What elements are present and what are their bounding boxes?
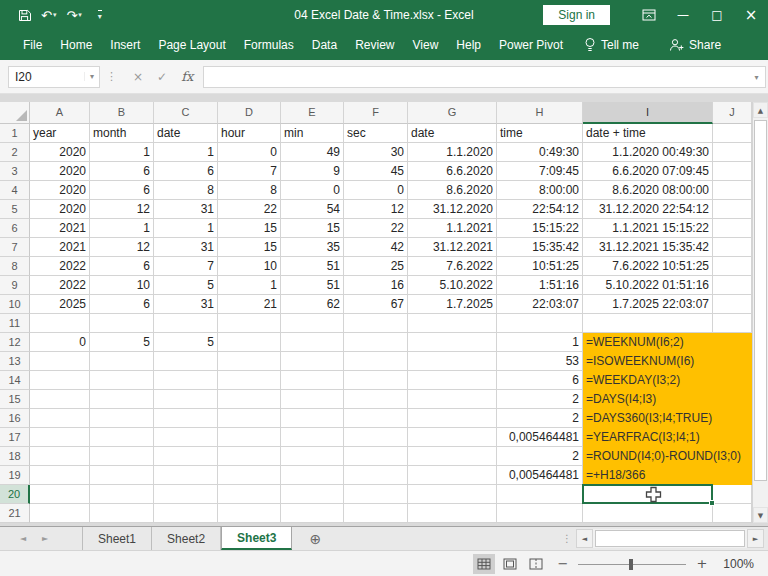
cell-I17[interactable]: =YEARFRAC(I3;I4;1) [583,428,713,447]
column-header-G[interactable]: G [408,102,497,124]
cell-C11[interactable] [154,314,218,333]
page-layout-view-button[interactable] [499,554,521,574]
row-header-14[interactable]: 14 [0,371,30,390]
cell-E17[interactable] [281,428,344,447]
select-all-corner[interactable] [0,102,30,124]
cell-G8[interactable]: 7.6.2022 [408,257,497,276]
normal-view-button[interactable] [473,554,495,574]
cell-J8[interactable] [713,257,752,276]
cell-F15[interactable] [344,390,408,409]
cell-D3[interactable]: 7 [218,162,281,181]
cell-B17[interactable] [90,428,154,447]
cell-D4[interactable]: 8 [218,181,281,200]
zoom-in-button[interactable]: + [690,556,713,571]
cell-G17[interactable] [408,428,497,447]
cell-D7[interactable]: 15 [218,238,281,257]
cell-I5[interactable]: 31.12.2020 22:54:12 [583,200,713,219]
cell-F6[interactable]: 22 [344,219,408,238]
tab-data[interactable]: Data [303,33,346,57]
cell-E13[interactable] [281,352,344,371]
cell-E18[interactable] [281,447,344,466]
cell-B18[interactable] [90,447,154,466]
cell-D13[interactable] [218,352,281,371]
cell-I16[interactable]: =DAYS360(I3;I4;TRUE) [583,409,713,428]
row-header-9[interactable]: 9 [0,276,30,295]
cell-A11[interactable] [30,314,90,333]
cell-C5[interactable]: 31 [154,200,218,219]
tab-home[interactable]: Home [51,33,101,57]
cell-B5[interactable]: 12 [90,200,154,219]
cell-A13[interactable] [30,352,90,371]
cell-I15[interactable]: =DAYS(I4;I3) [583,390,713,409]
cell-E19[interactable] [281,466,344,485]
cell-A1[interactable]: year [30,124,90,143]
cell-B6[interactable]: 1 [90,219,154,238]
cell-J5[interactable] [713,200,752,219]
cell-J1[interactable] [713,124,752,143]
cell-A10[interactable]: 2025 [30,295,90,314]
cell-H7[interactable]: 15:35:42 [497,238,583,257]
cell-E9[interactable]: 51 [281,276,344,295]
cell-H6[interactable]: 15:15:22 [497,219,583,238]
cell-D20[interactable] [218,485,281,504]
column-header-C[interactable]: C [154,102,218,124]
cell-F3[interactable]: 45 [344,162,408,181]
cell-C10[interactable]: 31 [154,295,218,314]
cell-J15[interactable] [713,390,752,409]
cell-A5[interactable]: 2020 [30,200,90,219]
cell-I21[interactable] [583,504,713,523]
row-header-7[interactable]: 7 [0,238,30,257]
tell-me-button[interactable]: Tell me [576,32,647,58]
redo-button[interactable]: ↷▾ [62,7,85,24]
sheet-nav-left-icon[interactable]: ◄ [12,527,34,550]
cell-I13[interactable]: =ISOWEEKNUM(I6) [583,352,713,371]
maximize-button[interactable]: □ [700,0,734,30]
cell-B20[interactable] [90,485,154,504]
cell-H2[interactable]: 0:49:30 [497,143,583,162]
column-header-B[interactable]: B [90,102,154,124]
cell-A19[interactable] [30,466,90,485]
name-box-dropdown-icon[interactable]: ▾ [84,72,99,81]
cell-G13[interactable] [408,352,497,371]
cell-H12[interactable]: 1 [497,333,583,352]
cell-J4[interactable] [713,181,752,200]
cell-B16[interactable] [90,409,154,428]
row-header-19[interactable]: 19 [0,466,30,485]
cell-E5[interactable]: 54 [281,200,344,219]
tab-formulas[interactable]: Formulas [235,33,303,57]
cell-D15[interactable] [218,390,281,409]
cell-F2[interactable]: 30 [344,143,408,162]
formula-bar-splitter-icon[interactable]: ⋮ [100,70,123,83]
cell-B14[interactable] [90,371,154,390]
cell-E6[interactable]: 15 [281,219,344,238]
cell-E15[interactable] [281,390,344,409]
column-header-E[interactable]: E [281,102,344,124]
column-header-F[interactable]: F [344,102,408,124]
cell-G4[interactable]: 8.6.2020 [408,181,497,200]
cell-G2[interactable]: 1.1.2020 [408,143,497,162]
cell-A8[interactable]: 2022 [30,257,90,276]
row-header-12[interactable]: 12 [0,333,30,352]
cell-F1[interactable]: sec [344,124,408,143]
cell-F7[interactable]: 42 [344,238,408,257]
cell-I19[interactable]: =+H18/366 [583,466,713,485]
cell-E3[interactable]: 9 [281,162,344,181]
sign-in-button[interactable]: Sign in [543,5,610,25]
cell-F12[interactable] [344,333,408,352]
cell-E10[interactable]: 62 [281,295,344,314]
cell-J19[interactable] [713,466,752,485]
cell-C7[interactable]: 31 [154,238,218,257]
cell-I9[interactable]: 5.10.2022 01:51:16 [583,276,713,295]
cell-B12[interactable]: 5 [90,333,154,352]
cell-C1[interactable]: date [154,124,218,143]
sheet-nav-right-icon[interactable]: ► [34,527,56,550]
cell-F17[interactable] [344,428,408,447]
cell-C9[interactable]: 5 [154,276,218,295]
cell-A7[interactable]: 2021 [30,238,90,257]
redo-dropdown-caret[interactable]: ▾ [78,11,82,19]
cell-C2[interactable]: 1 [154,143,218,162]
cell-G20[interactable] [408,485,497,504]
cell-J11[interactable] [713,314,752,333]
cell-C12[interactable]: 5 [154,333,218,352]
row-header-1[interactable]: 1 [0,124,30,143]
